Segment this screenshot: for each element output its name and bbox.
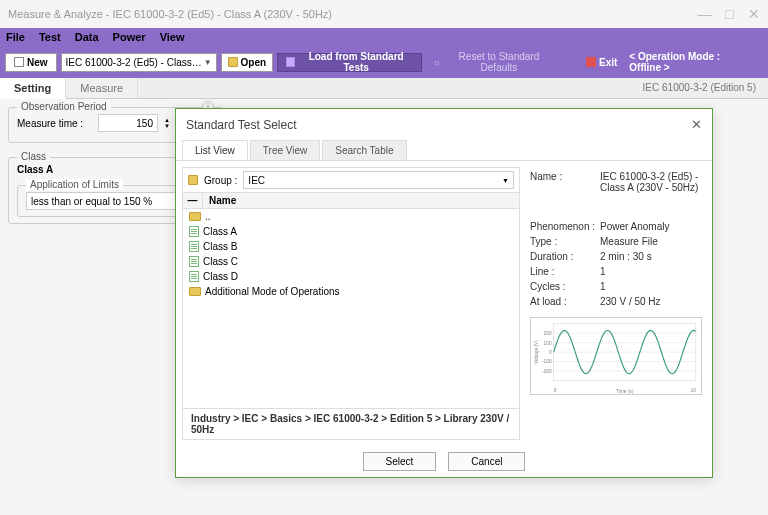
- tab-measure[interactable]: Measure: [66, 78, 138, 98]
- info-line-v: 1: [600, 266, 702, 277]
- test-tree: ..Class AClass BClass CClass DAdditional…: [183, 209, 519, 408]
- dialog-tabs: List View Tree View Search Table: [176, 140, 712, 161]
- menu-data[interactable]: Data: [75, 31, 99, 43]
- select-button[interactable]: Select: [363, 452, 437, 471]
- window-title: Measure & Analyze - IEC 61000-3-2 (Ed5) …: [8, 8, 332, 20]
- main-tabs: Setting Measure IEC 61000-3-2 (Edition 5…: [0, 78, 768, 99]
- info-phen-v: Power Anomaly: [600, 221, 702, 232]
- tree-item[interactable]: Class C: [183, 254, 519, 269]
- tree-item[interactable]: ..: [183, 209, 519, 224]
- dialog-title: Standard Test Select: [186, 118, 297, 132]
- document-icon: [189, 226, 199, 237]
- name-column-header[interactable]: Name: [203, 193, 519, 208]
- info-cycles-k: Cycles :: [530, 281, 600, 292]
- tree-item-label: Class B: [203, 241, 237, 252]
- panel-legend-app: Application of Limits: [26, 179, 123, 190]
- info-type-k: Type :: [530, 236, 600, 247]
- group-select[interactable]: IEC ▼: [243, 171, 514, 189]
- document-icon: [189, 271, 199, 282]
- reset-icon: ○: [434, 57, 440, 68]
- document-icon: [189, 256, 199, 267]
- info-phen-k: Phenomenon :: [530, 221, 600, 232]
- exit-icon: [586, 57, 596, 67]
- info-dur-v: 2 min : 30 s: [600, 251, 702, 262]
- collapse-all-icon[interactable]: —: [183, 193, 203, 208]
- toolbar: New IEC 61000-3-2 (Ed5) - Class A (230V …: [0, 46, 768, 78]
- document-icon: [189, 241, 199, 252]
- info-cycles-v: 1: [600, 281, 702, 292]
- info-line-k: Line :: [530, 266, 600, 277]
- svg-text:Voltage (V): Voltage (V): [534, 340, 539, 364]
- info-type-v: Measure File: [600, 236, 702, 247]
- svg-text:0: 0: [549, 350, 552, 355]
- dialog-close-icon[interactable]: ✕: [691, 117, 702, 132]
- open-button[interactable]: Open: [221, 53, 274, 72]
- menu-test[interactable]: Test: [39, 31, 61, 43]
- tab-search-table[interactable]: Search Table: [322, 140, 406, 160]
- tree-item-label: ..: [205, 211, 211, 222]
- waveform-chart: -200-1000100200010Time (s)Voltage (V): [530, 317, 702, 395]
- maximize-icon[interactable]: □: [726, 6, 734, 22]
- tab-tree-view[interactable]: Tree View: [250, 140, 320, 160]
- menu-view[interactable]: View: [160, 31, 185, 43]
- minimize-icon[interactable]: —: [698, 6, 712, 22]
- close-icon[interactable]: ✕: [748, 6, 760, 22]
- folder-icon: [189, 212, 201, 221]
- operation-mode-label: < Operation Mode : Offline >: [629, 51, 753, 73]
- chevron-down-icon: ▼: [204, 58, 212, 67]
- test-combo[interactable]: IEC 61000-3-2 (Ed5) - Class A (230V - 50…: [61, 53, 217, 72]
- breadcrumb: Industry > IEC > Basics > IEC 61000-3-2 …: [183, 408, 519, 439]
- menu-power[interactable]: Power: [113, 31, 146, 43]
- tree-item-label: Class C: [203, 256, 238, 267]
- spinner[interactable]: ▲▼: [164, 117, 170, 129]
- info-load-k: At load :: [530, 296, 600, 307]
- standard-label: IEC 61000-3-2 (Edition 5): [631, 78, 768, 98]
- menu-file[interactable]: File: [6, 31, 25, 43]
- test-list-panel: Group : IEC ▼ — Name ..Class AClass BCla…: [182, 167, 520, 440]
- exit-button[interactable]: Exit: [578, 55, 625, 70]
- svg-text:-100: -100: [542, 359, 552, 364]
- folder-icon: [189, 287, 201, 296]
- info-load-v: 230 V / 50 Hz: [600, 296, 702, 307]
- tree-item[interactable]: Class A: [183, 224, 519, 239]
- svg-text:100: 100: [544, 341, 552, 346]
- svg-text:-200: -200: [542, 369, 552, 374]
- folder-icon: [188, 175, 198, 185]
- standard-test-dialog: Standard Test Select ✕ List View Tree Vi…: [175, 108, 713, 478]
- info-name-v: IEC 61000-3-2 (Ed5) - Class A (230V - 50…: [600, 171, 702, 193]
- group-label: Group :: [204, 175, 237, 186]
- svg-text:Time (s): Time (s): [616, 389, 634, 394]
- new-button[interactable]: New: [5, 53, 57, 72]
- tree-item-label: Class A: [203, 226, 237, 237]
- measure-time-label: Measure time :: [17, 118, 92, 129]
- panel-legend-observation: Observation Period: [17, 101, 111, 112]
- tree-item[interactable]: Additional Mode of Operations: [183, 284, 519, 299]
- reset-button[interactable]: ○ Reset to Standard Defaults: [426, 49, 562, 75]
- menubar: File Test Data Power View: [0, 28, 768, 46]
- svg-text:0: 0: [554, 388, 557, 393]
- svg-text:10: 10: [690, 388, 696, 393]
- chevron-down-icon: ▼: [502, 177, 509, 184]
- titlebar: Measure & Analyze - IEC 61000-3-2 (Ed5) …: [0, 0, 768, 28]
- tree-item[interactable]: Class D: [183, 269, 519, 284]
- load-standard-button[interactable]: Load from Standard Tests: [277, 53, 422, 72]
- panel-legend-class: Class: [17, 151, 50, 162]
- folder-open-icon: [228, 57, 238, 67]
- tree-item-label: Additional Mode of Operations: [205, 286, 340, 297]
- load-icon: [286, 57, 295, 67]
- info-name-k: Name :: [530, 171, 600, 193]
- tab-setting[interactable]: Setting: [0, 78, 66, 99]
- test-info-panel: Name :IEC 61000-3-2 (Ed5) - Class A (230…: [526, 167, 706, 440]
- tree-item-label: Class D: [203, 271, 238, 282]
- info-dur-k: Duration :: [530, 251, 600, 262]
- tree-item[interactable]: Class B: [183, 239, 519, 254]
- svg-text:200: 200: [544, 331, 552, 336]
- measure-time-input[interactable]: [98, 114, 158, 132]
- tab-list-view[interactable]: List View: [182, 140, 248, 160]
- new-icon: [14, 57, 24, 67]
- cancel-button[interactable]: Cancel: [448, 452, 525, 471]
